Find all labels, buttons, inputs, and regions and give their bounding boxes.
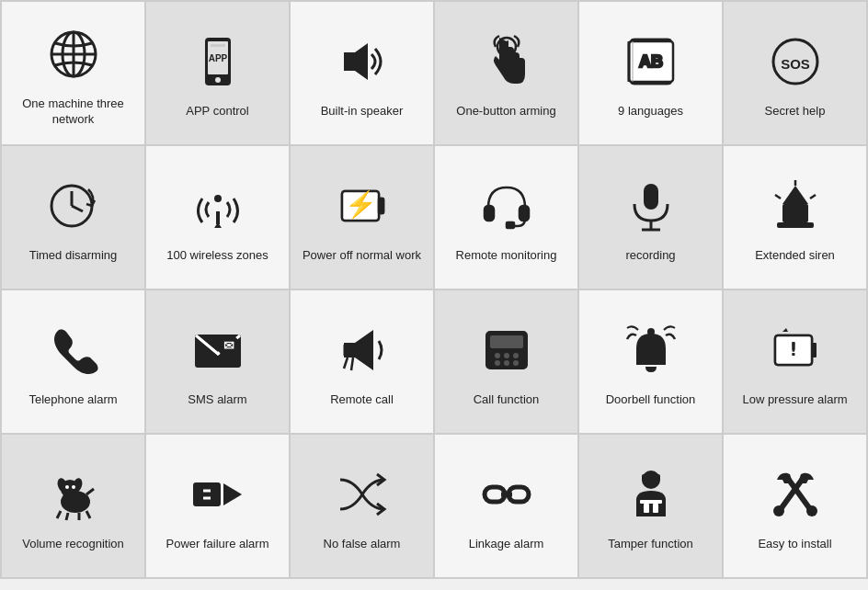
svg-point-64 xyxy=(65,485,69,489)
svg-line-44 xyxy=(351,357,353,370)
svg-point-48 xyxy=(504,353,509,358)
svg-line-68 xyxy=(57,511,61,518)
svg-rect-29 xyxy=(644,184,658,210)
sms-alarm-label: SMS alarm xyxy=(188,392,246,408)
svg-point-66 xyxy=(66,491,74,494)
cell-wireless-zones: 100 wireless zones xyxy=(146,146,289,289)
cell-tamper: Tamper function xyxy=(579,435,722,577)
svg-line-69 xyxy=(66,513,68,520)
no-false-icon xyxy=(329,461,395,528)
volume-recog-icon xyxy=(40,461,107,528)
cell-power-failure: Power failure alarm xyxy=(146,435,289,577)
cell-sms-alarm: ✉ SMS alarm xyxy=(146,290,289,433)
svg-point-86 xyxy=(773,505,784,516)
power-failure-label: Power failure alarm xyxy=(166,537,269,552)
power-failure-icon xyxy=(185,461,251,528)
svg-marker-33 xyxy=(782,186,808,204)
svg-line-43 xyxy=(344,357,348,369)
one-button-icon xyxy=(474,28,540,95)
cell-remote-call: Remote call xyxy=(291,290,433,433)
cell-volume-recog: Volume recognition xyxy=(2,435,144,577)
svg-point-50 xyxy=(495,360,500,366)
svg-rect-81 xyxy=(642,474,660,482)
svg-text:✉: ✉ xyxy=(223,338,234,353)
one-machine-icon xyxy=(40,21,107,87)
doorbell-icon xyxy=(618,317,684,383)
doorbell-label: Doorbell function xyxy=(606,392,696,408)
no-false-label: No false alarm xyxy=(324,537,401,552)
svg-line-71 xyxy=(86,511,90,518)
cell-easy-install: Easy to install xyxy=(724,435,866,577)
cell-call-function: Call function xyxy=(435,290,577,433)
tamper-icon xyxy=(618,461,684,528)
builtin-speaker-icon xyxy=(329,28,395,95)
wireless-zones-icon xyxy=(185,173,251,239)
feature-grid: One machine three network APP APP contro… xyxy=(0,0,868,579)
call-function-label: Call function xyxy=(474,392,540,408)
svg-point-88 xyxy=(806,505,817,516)
cell-app-control: APP APP control xyxy=(146,2,289,144)
svg-rect-84 xyxy=(640,500,662,504)
easy-install-label: Easy to install xyxy=(758,537,831,552)
svg-point-49 xyxy=(513,353,519,358)
app-control-label: APP control xyxy=(186,104,248,119)
secret-help-label: Secret help xyxy=(765,104,826,119)
power-off-label: Power off normal work xyxy=(303,248,421,264)
timed-disarming-icon xyxy=(40,173,107,239)
svg-rect-34 xyxy=(777,222,814,228)
one-button-label: One-button arming xyxy=(456,104,555,119)
svg-rect-7 xyxy=(211,44,225,47)
svg-rect-19 xyxy=(216,211,220,224)
svg-rect-32 xyxy=(782,204,808,222)
telephone-alarm-label: Telephone alarm xyxy=(29,392,117,408)
telephone-alarm-icon xyxy=(40,317,107,383)
recording-label: recording xyxy=(625,248,675,264)
svg-marker-41 xyxy=(344,330,373,370)
cell-secret-help: SOS Secret help xyxy=(724,2,866,144)
cell-timed-disarming: Timed disarming xyxy=(2,146,144,289)
timed-disarming-label: Timed disarming xyxy=(29,248,118,264)
sms-alarm-icon: ✉ xyxy=(185,317,251,383)
cell-power-off: ⚡ Power off normal work xyxy=(291,146,433,289)
svg-rect-26 xyxy=(485,206,494,221)
cell-no-false: No false alarm xyxy=(291,435,433,577)
languages-icon: AB xyxy=(618,28,684,95)
app-control-icon: APP xyxy=(185,28,251,95)
svg-rect-82 xyxy=(644,504,649,513)
cell-extended-siren: Extended siren xyxy=(724,146,866,289)
svg-point-65 xyxy=(72,485,75,489)
cell-linkage-alarm: Linkage alarm xyxy=(435,435,577,577)
power-off-icon: ⚡ xyxy=(329,173,395,239)
linkage-alarm-label: Linkage alarm xyxy=(469,537,544,552)
svg-rect-72 xyxy=(194,483,220,505)
cell-telephone-alarm: Telephone alarm xyxy=(2,290,144,433)
cell-doorbell: Doorbell function xyxy=(579,290,722,433)
svg-point-51 xyxy=(504,360,509,366)
svg-rect-28 xyxy=(507,222,514,228)
svg-text:APP: APP xyxy=(208,53,227,63)
cell-one-button: One-button arming xyxy=(435,2,577,144)
cell-remote-monitoring: Remote monitoring xyxy=(435,146,577,289)
svg-marker-9 xyxy=(344,43,368,80)
wireless-zones-label: 100 wireless zones xyxy=(166,248,268,264)
cell-one-machine: One machine three network xyxy=(2,2,144,144)
volume-recog-label: Volume recognition xyxy=(22,537,124,552)
linkage-alarm-icon xyxy=(474,461,540,528)
svg-point-6 xyxy=(215,77,221,83)
builtin-speaker-label: Built-in speaker xyxy=(321,104,404,119)
low-pressure-icon: ! xyxy=(762,317,828,383)
svg-line-17 xyxy=(72,206,83,211)
svg-rect-46 xyxy=(490,335,523,348)
secret-help-icon: SOS xyxy=(762,28,828,95)
recording-icon xyxy=(618,173,684,239)
svg-rect-83 xyxy=(653,504,658,513)
svg-marker-73 xyxy=(223,483,242,505)
svg-rect-24 xyxy=(379,199,383,213)
remote-call-icon xyxy=(329,317,395,383)
svg-text:SOS: SOS xyxy=(781,56,810,72)
remote-monitoring-label: Remote monitoring xyxy=(456,248,557,264)
low-pressure-label: Low pressure alarm xyxy=(742,392,847,408)
remote-monitoring-icon xyxy=(474,173,540,239)
svg-point-52 xyxy=(513,360,519,366)
svg-point-20 xyxy=(214,195,222,202)
